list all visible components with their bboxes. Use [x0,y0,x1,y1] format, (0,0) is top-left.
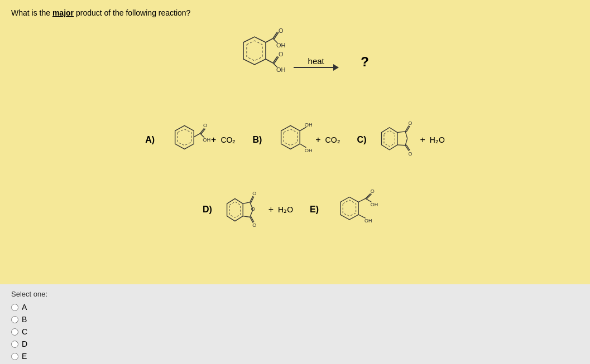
radio-label-A[interactable]: A [22,303,27,312]
svg-text:OH: OH [305,148,313,153]
plus-C: + [420,135,425,145]
option-A[interactable]: A [11,303,579,312]
svg-text:OH: OH [305,122,313,128]
structure-A: O OH [162,120,207,159]
svg-text:OH: OH [276,66,286,73]
answer-B: B) OH OH + CO₂ [252,120,340,159]
svg-marker-41 [229,201,241,217]
label-A: A) [145,135,155,145]
svg-text:O: O [371,188,375,194]
answer-C: C) O O + H₂O [357,118,445,162]
reactant-structure: OH O OH O [221,28,282,95]
svg-line-42 [243,202,250,203]
svg-text:OH: OH [371,202,378,207]
svg-text:O: O [279,51,284,57]
question-mark: ? [361,54,369,70]
reaction-container: OH O OH O heat ? [11,28,579,95]
option-C[interactable]: C [11,327,579,336]
h2o-C: H₂O [430,135,445,144]
radio-label-E[interactable]: E [22,352,27,361]
reaction-arrow [294,67,338,68]
svg-line-30 [397,132,405,133]
svg-marker-1 [247,41,262,61]
question-area: What is the major product of the followi… [0,0,590,284]
option-B[interactable]: B [11,315,579,324]
svg-line-55 [358,198,366,202]
svg-text:OH: OH [364,218,372,224]
arrow-container: heat [294,56,338,68]
svg-text:O: O [203,123,207,128]
co2-B: CO₂ [325,135,340,144]
radio-D[interactable] [11,341,18,348]
svg-line-31 [405,132,407,138]
structure-B: OH OH [269,120,311,159]
svg-line-26 [300,144,306,148]
svg-text:O: O [252,222,256,228]
label-C: C) [357,135,367,145]
svg-line-8 [266,59,273,63]
radio-B[interactable] [11,316,18,323]
svg-text:O: O [408,151,412,157]
heat-label: heat [308,56,324,66]
svg-marker-54 [343,200,356,216]
svg-line-16 [194,133,200,137]
svg-text:OH: OH [203,137,210,143]
answers-row-2: D) O O O + H₂O [11,185,579,235]
svg-line-61 [358,215,366,218]
label-B: B) [252,135,262,145]
radio-C[interactable] [11,328,18,336]
label-E: E) [310,205,319,215]
svg-text:O: O [252,191,256,196]
plus-B: + [315,135,320,145]
svg-line-33 [397,145,405,145]
svg-line-45 [243,216,250,217]
answers-row-1: A) O OH + CO₂ B) [11,118,579,162]
structure-D: O O O [219,186,264,234]
answer-D: D) O O O + H₂O [203,186,293,234]
svg-text:O: O [251,205,255,211]
answer-A: A) O OH + CO₂ [145,120,236,159]
select-one-label: Select one: [11,290,579,298]
svg-marker-23 [284,129,298,145]
co2-A: CO₂ [220,135,236,144]
option-E[interactable]: E [11,352,579,361]
radio-A[interactable] [11,304,18,311]
svg-text:O: O [408,120,412,126]
svg-text:OH: OH [276,42,286,48]
option-D[interactable]: D [11,339,579,348]
radio-label-C[interactable]: C [22,327,27,336]
svg-marker-15 [178,129,191,145]
h2o-D: H₂O [278,205,293,214]
radio-E[interactable] [11,353,18,360]
svg-marker-29 [383,130,395,146]
plus-A: + [211,135,216,145]
question-text: What is the major product of the followi… [11,8,579,17]
label-D: D) [203,205,212,215]
plus-D: + [268,205,274,215]
answer-E: E) O OH OH [310,185,387,235]
select-area: Select one: A B C D E [0,284,590,364]
svg-line-32 [405,138,407,145]
structure-C: O O [374,118,416,162]
radio-label-D[interactable]: D [22,339,27,348]
structure-E: O OH OH [326,185,387,235]
svg-line-2 [266,38,273,42]
radio-label-B[interactable]: B [22,315,27,324]
svg-text:O: O [279,27,284,34]
major-underline: major [52,8,74,17]
